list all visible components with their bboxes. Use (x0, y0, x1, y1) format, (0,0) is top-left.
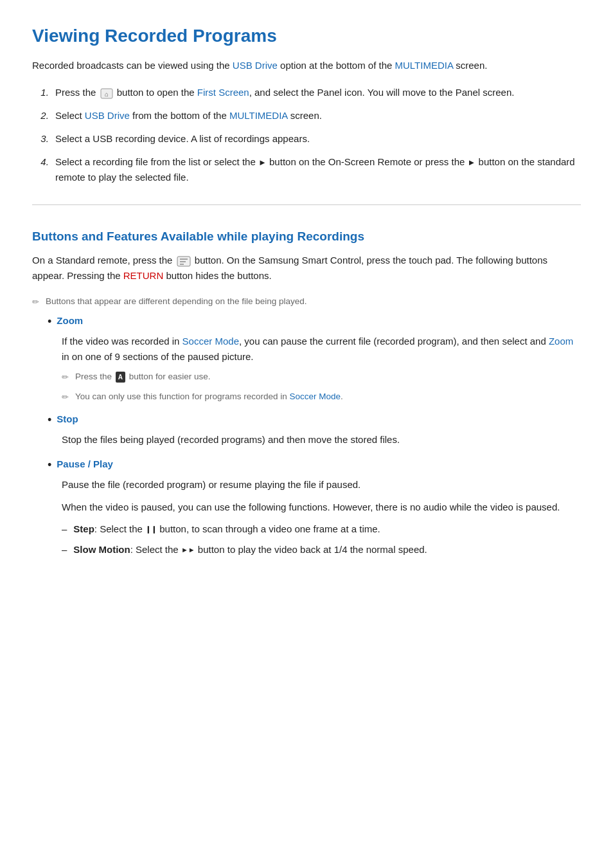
feature-list: •Zoom If the video was recorded in Socce… (45, 315, 581, 558)
pause-symbol: ❙❙ (145, 524, 157, 536)
ff-symbol: ►► (181, 545, 195, 556)
zoom-body: If the video was recorded in Soccer Mode… (62, 334, 581, 366)
return-link: RETURN (123, 270, 164, 281)
intro-paragraph: Recorded broadcasts can be viewed using … (32, 58, 581, 73)
step-label: Step (73, 523, 94, 534)
bullet-stop: • (48, 413, 51, 427)
svg-text:⌂: ⌂ (105, 91, 109, 98)
usb-drive-link-2: USB Drive (85, 110, 130, 121)
step-sub-item: – Step: Select the ❙❙ button, to scan th… (62, 521, 581, 537)
intro-text-after: screen. (453, 60, 487, 71)
zoom-sub-notes: ✏ Press the A button for easier use. ✏ Y… (62, 370, 581, 403)
zoom-note-1-text: Press the A button for easier use. (75, 370, 211, 383)
step-sub-text: Step: Select the ❙❙ button, to scan thro… (73, 521, 380, 537)
pause-play-body1: Pause the file (recorded program) or res… (62, 477, 581, 493)
note-item-1: ✏ Buttons that appear are different depe… (32, 295, 581, 309)
intro-text-middle: option at the bottom of the (278, 60, 395, 71)
play-arrow-icon-2: ► (468, 156, 476, 170)
zoom-link: Zoom (549, 336, 573, 347)
slow-motion-sub-text: Slow Motion: Select the ►► button to pla… (73, 542, 427, 557)
zoom-note-2-text: You can only use this function for progr… (75, 390, 343, 403)
pause-play-sub-list: – Step: Select the ❙❙ button, to scan th… (62, 521, 581, 557)
page-title: Viewing Recorded Programs (32, 26, 581, 46)
feature-zoom: •Zoom If the video was recorded in Socce… (45, 315, 581, 404)
bullet-zoom: • (48, 315, 51, 329)
home-icon: ⌂ (100, 88, 113, 99)
zoom-title: Zoom (57, 315, 83, 326)
slow-motion-label: Slow Motion (73, 544, 130, 555)
steps-list: Press the ⌂ button to open the First Scr… (51, 85, 581, 185)
section2-intro: On a Standard remote, press the button. … (32, 253, 581, 284)
step-4: Select a recording file from the list or… (51, 154, 581, 185)
multimedia-link-2: MULTIMEDIA (229, 110, 288, 121)
section2-title: Buttons and Features Available while pla… (32, 223, 581, 244)
pencil-icon-3: ✏ (62, 391, 69, 404)
a-button-icon: A (116, 372, 125, 383)
stop-title: Stop (57, 413, 78, 424)
slow-motion-sub-item: – Slow Motion: Select the ►► button to p… (62, 542, 581, 557)
soccer-mode-link-2: Soccer Mode (289, 392, 341, 401)
step-3: Select a USB recording device. A list of… (51, 131, 581, 147)
dash-2: – (62, 542, 67, 557)
zoom-note-2: ✏ You can only use this function for pro… (62, 390, 581, 404)
bullet-pause-play: • (48, 458, 51, 472)
multimedia-link: MULTIMEDIA (395, 60, 454, 71)
dash-1: – (62, 521, 67, 537)
soccer-mode-link: Soccer Mode (182, 336, 239, 347)
intro-text-before: Recorded broadcasts can be viewed using … (32, 60, 233, 71)
section-divider (32, 204, 581, 205)
feature-pause-play: •Pause / Play Pause the file (recorded p… (45, 458, 581, 558)
step-1: Press the ⌂ button to open the First Scr… (51, 85, 581, 100)
step-2: Select USB Drive from the bottom of the … (51, 108, 581, 123)
play-arrow-icon: ► (258, 156, 267, 170)
pause-play-body2: When the video is paused, you can use th… (62, 500, 581, 516)
first-screen-link: First Screen (197, 87, 249, 98)
usb-drive-link: USB Drive (233, 60, 278, 71)
stop-body: Stop the files being played (recorded pr… (62, 432, 581, 448)
pause-play-title: Pause / Play (57, 458, 113, 469)
note-text-1: Buttons that appear are different depend… (46, 295, 307, 308)
smart-ctrl-icon (177, 256, 191, 267)
pencil-icon-2: ✏ (62, 371, 69, 384)
zoom-note-1: ✏ Press the A button for easier use. (62, 370, 581, 384)
feature-stop: •Stop Stop the files being played (recor… (45, 413, 581, 448)
pencil-icon-1: ✏ (32, 296, 39, 309)
